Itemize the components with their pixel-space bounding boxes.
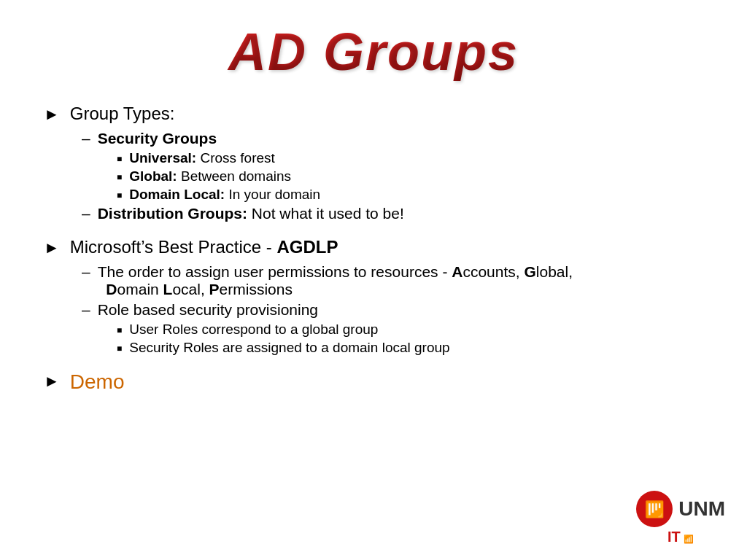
dash-icon-3: –: [82, 263, 90, 281]
dash-icon-4: –: [82, 301, 90, 319]
role-based-label: Role based security provisioning: [98, 301, 318, 319]
square-bullet-icon-3: ■: [117, 190, 122, 201]
arrow-icon: ►: [44, 105, 60, 124]
logo: 📶 UNM IT 📶: [636, 491, 725, 545]
logo-circle: 📶: [636, 491, 673, 527]
wifi-icon: 📶: [645, 499, 665, 518]
domain-local-label: Domain Local: In your domain: [129, 187, 320, 203]
distribution-groups-label: Distribution Groups: Not what it used to…: [98, 205, 404, 222]
logo-text: UNM: [678, 497, 725, 521]
global-label: Global: Between domains: [129, 168, 291, 184]
domain-local-item: ■ Domain Local: In your domain: [117, 187, 703, 203]
demo-item: ► Demo: [44, 370, 703, 394]
universal-label: Universal: Cross forest: [129, 150, 275, 166]
arrow-icon-3: ►: [44, 372, 60, 391]
order-assign-item: – The order to assign user permissions t…: [82, 263, 703, 298]
global-item: ■ Global: Between domains: [117, 168, 703, 184]
slide-title: AD Groups: [44, 22, 703, 82]
square-bullet-icon-2: ■: [117, 172, 122, 182]
content-area: ► Group Types: – Security Groups ■ Unive…: [44, 104, 703, 394]
logo-sub-row: IT 📶: [667, 529, 694, 545]
slide: AD Groups ► Group Types: – Security Grou…: [0, 0, 747, 560]
order-assign-label: The order to assign user permissions to …: [98, 263, 573, 298]
distribution-groups-item: – Distribution Groups: Not what it used …: [82, 205, 703, 222]
security-roles-label: Security Roles are assigned to a domain …: [129, 340, 449, 356]
square-bullet-icon-5: ■: [117, 343, 122, 354]
user-roles-item: ■ User Roles correspond to a global grou…: [117, 322, 703, 338]
demo-label: Demo: [70, 370, 125, 394]
best-practice-label: Microsoft’s Best Practice - AGDLP: [70, 237, 338, 257]
security-groups-bold: Security Groups: [98, 130, 217, 147]
arrow-icon-2: ►: [44, 238, 60, 257]
square-bullet-icon-4: ■: [117, 325, 122, 335]
square-bullet-icon: ■: [117, 154, 122, 164]
dash-icon-2: –: [82, 205, 90, 222]
dash-icon: –: [82, 130, 90, 147]
logo-it-text: IT: [667, 529, 681, 545]
group-types-item: ► Group Types:: [44, 104, 703, 124]
security-groups-item: – Security Groups: [82, 130, 703, 147]
security-groups-label: Security Groups: [98, 130, 217, 147]
role-based-item: – Role based security provisioning: [82, 301, 703, 319]
user-roles-label: User Roles correspond to a global group: [129, 322, 378, 338]
security-roles-item: ■ Security Roles are assigned to a domai…: [117, 340, 703, 356]
group-types-label: Group Types:: [70, 104, 175, 124]
universal-item: ■ Universal: Cross forest: [117, 150, 703, 166]
logo-wifi-small: 📶: [684, 534, 694, 543]
best-practice-item: ► Microsoft’s Best Practice - AGDLP: [44, 237, 703, 257]
logo-row: 📶 UNM: [636, 491, 725, 527]
